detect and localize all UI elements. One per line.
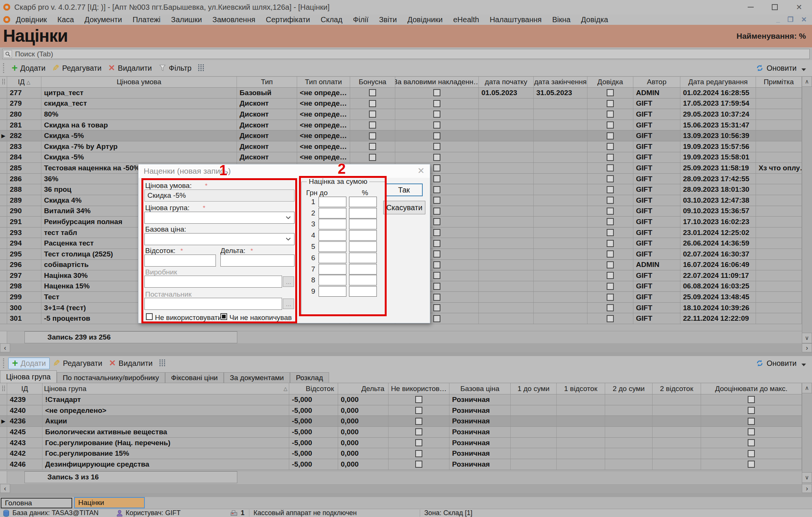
not-use-checkbox[interactable]: [415, 461, 422, 468]
not-use-checkbox[interactable]: [415, 407, 422, 414]
col-header-edited[interactable]: Дата редагування: [680, 77, 756, 87]
reference-checkbox[interactable]: [607, 175, 614, 182]
col-header-percent2[interactable]: 2 відсоток: [653, 383, 701, 394]
col-header-type[interactable]: Тип: [237, 77, 297, 87]
mdi-minimize-icon[interactable]: _: [776, 16, 780, 24]
menu-item[interactable]: Налаштування: [484, 15, 547, 24]
pane-tab[interactable]: За документами: [224, 372, 290, 383]
tier-percent-input[interactable]: [349, 219, 377, 229]
reference-checkbox[interactable]: [607, 229, 614, 236]
scroll-right-button[interactable]: ›: [802, 343, 812, 352]
delete-button[interactable]: ✕ Видалити: [105, 62, 155, 74]
tier-percent-input[interactable]: [349, 197, 377, 207]
max-markup-checkbox[interactable]: [748, 407, 755, 414]
col-header-base-price[interactable]: Базова ціна: [449, 383, 511, 394]
tab-markups[interactable]: Націнки: [74, 497, 145, 508]
max-markup-checkbox[interactable]: [748, 428, 755, 435]
col-header-gross[interactable]: За валовими накладенн…: [395, 77, 479, 87]
scroll-down-button[interactable]: ∨: [802, 472, 812, 483]
max-markup-checkbox[interactable]: [748, 396, 755, 403]
reference-checkbox[interactable]: [607, 164, 614, 171]
menu-item[interactable]: Склад: [315, 15, 348, 24]
table-row[interactable]: ▶ 4245 Биологически активные вещества -5…: [0, 427, 802, 438]
manufacturer-browse-button[interactable]: …: [283, 276, 294, 287]
pane-tab[interactable]: Фіксовані ціни: [165, 372, 224, 383]
tier-percent-input[interactable]: [349, 230, 377, 241]
tier-sum-input[interactable]: [319, 275, 346, 285]
col-header-id[interactable]: ІД△: [7, 77, 41, 87]
delete-button-bottom[interactable]: ✕ Видалити: [106, 357, 156, 369]
pane-tab[interactable]: По постачальнику/виробнику: [57, 372, 165, 383]
reference-checkbox[interactable]: [607, 208, 614, 215]
bonus-checkbox[interactable]: [369, 132, 376, 139]
supplier-browse-button[interactable]: …: [283, 299, 294, 309]
horizontal-scrollbar-bottom[interactable]: ‹ ›: [0, 484, 812, 493]
bonus-checkbox[interactable]: [369, 100, 376, 107]
edit-button-bottom[interactable]: ✎ Редагувати: [50, 357, 106, 370]
horizontal-scrollbar[interactable]: ‹ ›: [0, 343, 812, 352]
gross-checkbox[interactable]: [433, 143, 440, 150]
tier-sum-input[interactable]: [319, 208, 346, 218]
gross-checkbox[interactable]: [433, 186, 440, 193]
tier-percent-input[interactable]: [349, 286, 377, 297]
reference-checkbox[interactable]: [607, 294, 614, 301]
menu-item[interactable]: Довідники: [402, 15, 448, 24]
tier-sum-input[interactable]: [319, 197, 346, 207]
supplier-input[interactable]: [144, 298, 282, 310]
columns-button[interactable]: [195, 63, 207, 73]
bonus-checkbox[interactable]: [369, 121, 376, 129]
max-markup-checkbox[interactable]: [748, 439, 755, 446]
tier-sum-input[interactable]: [319, 230, 346, 241]
col-header-date-end[interactable]: дата закінчення: [534, 77, 587, 87]
table-row[interactable]: ▶ 4236 Акции -5,000 0,000 Розничная: [0, 416, 802, 427]
scroll-left-button[interactable]: ‹: [0, 484, 10, 493]
col-header-delta[interactable]: Дельта: [338, 383, 389, 394]
table-row[interactable]: ▶ 4243 Гос.регулирование (Нац. перечень)…: [0, 438, 802, 449]
col-header-percent[interactable]: Відсоток: [289, 383, 338, 394]
dialog-close-icon[interactable]: ✕: [417, 167, 425, 175]
scroll-up-button[interactable]: ∧: [802, 383, 812, 393]
gross-checkbox[interactable]: [433, 315, 440, 322]
vertical-scrollbar[interactable]: [802, 76, 812, 343]
tier-sum-input[interactable]: [319, 264, 346, 274]
table-row[interactable]: ▶ 277 цитра_тест Базовый <не опреде… 01.…: [0, 88, 802, 99]
bonus-checkbox[interactable]: [369, 89, 376, 96]
column-chooser-icon[interactable]: [0, 383, 7, 394]
search-box[interactable]: [2, 49, 810, 59]
reference-checkbox[interactable]: [607, 132, 614, 139]
menu-item[interactable]: Філії: [348, 15, 373, 24]
reference-checkbox[interactable]: [607, 218, 614, 225]
columns-button-bottom[interactable]: [156, 358, 168, 368]
reference-checkbox[interactable]: [607, 143, 614, 150]
table-row[interactable]: ▶ 4246 Дезинфицирующие средства -5,000 0…: [0, 459, 802, 470]
gross-checkbox[interactable]: [433, 304, 440, 311]
table-row[interactable]: ▶ 4240 <не определено> -5,000 0,000 Розн…: [0, 405, 802, 416]
tier-percent-input[interactable]: [349, 253, 377, 263]
scroll-right-button[interactable]: ›: [802, 484, 812, 493]
tier-percent-input[interactable]: [349, 208, 377, 218]
gross-checkbox[interactable]: [433, 261, 440, 268]
col-header-author[interactable]: Автор: [633, 77, 680, 87]
cancel-button[interactable]: Скасувати: [383, 201, 425, 214]
menu-item[interactable]: Звіти: [374, 15, 402, 24]
col-header-note[interactable]: Примітка: [756, 77, 802, 87]
menu-item[interactable]: Вікна: [547, 15, 576, 24]
col-header-sum1[interactable]: 1 до суми: [511, 383, 557, 394]
reference-checkbox[interactable]: [607, 240, 614, 247]
gross-checkbox[interactable]: [433, 89, 440, 96]
tier-percent-input[interactable]: [349, 275, 377, 285]
gross-checkbox[interactable]: [433, 132, 440, 139]
reference-checkbox[interactable]: [607, 186, 614, 193]
max-markup-checkbox[interactable]: [748, 461, 755, 468]
no-accumulate-checkbox[interactable]: [220, 313, 227, 320]
tier-sum-input[interactable]: [319, 241, 346, 252]
col-header-percent1[interactable]: 1 відсоток: [557, 383, 605, 394]
gross-checkbox[interactable]: [433, 240, 440, 247]
reference-checkbox[interactable]: [607, 121, 614, 129]
search-input[interactable]: [13, 50, 809, 58]
col-header-reference[interactable]: Довідка: [587, 77, 633, 87]
menu-item[interactable]: Сертифікати: [261, 15, 316, 24]
ok-button[interactable]: Так: [385, 183, 423, 196]
column-chooser-icon[interactable]: [0, 77, 7, 87]
scroll-up-button[interactable]: ∧: [802, 76, 812, 87]
